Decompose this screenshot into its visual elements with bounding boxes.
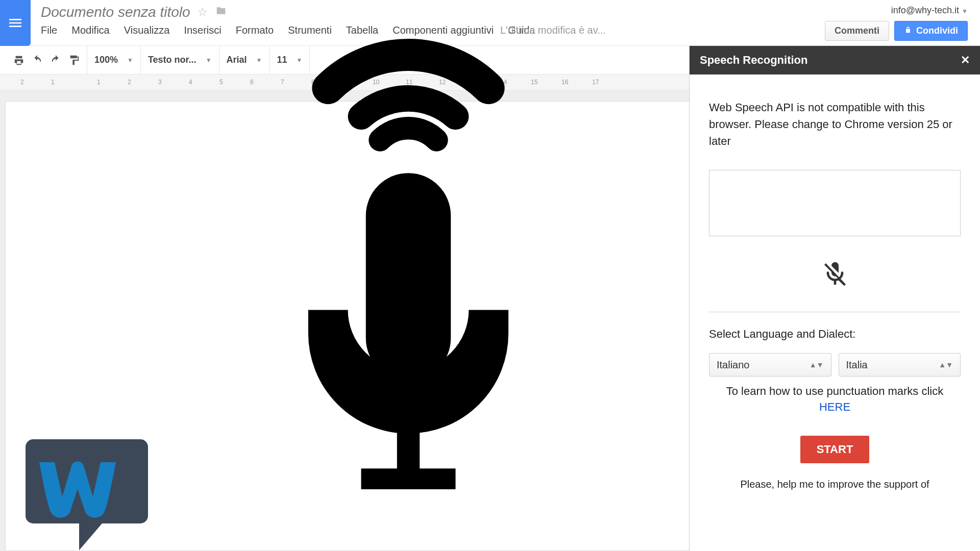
menu-view[interactable]: Visualizza [124, 24, 170, 36]
zoom-select[interactable]: 100%▼ [87, 46, 141, 74]
account-email-text: info@why-tech.it [891, 5, 959, 15]
start-button[interactable]: START [800, 436, 870, 463]
microphone-off-icon [709, 260, 961, 291]
support-help-message: Please, help me to improve the support o… [709, 479, 961, 490]
whytech-logo [10, 416, 163, 551]
star-icon[interactable]: ☆ [198, 6, 208, 19]
docs-home-icon[interactable] [0, 0, 31, 46]
menu-insert[interactable]: Inserisci [184, 24, 221, 36]
menu-addons[interactable]: Componenti aggiuntivi [393, 24, 494, 36]
redo-icon[interactable] [50, 55, 61, 66]
account-switcher[interactable]: info@why-tech.it ▼ [891, 5, 968, 16]
transcription-output[interactable] [709, 170, 961, 236]
compatibility-warning: Web Speech API is not compatible with th… [709, 99, 961, 149]
comments-button[interactable]: Commenti [825, 21, 889, 41]
menu-table[interactable]: Tabella [346, 24, 378, 36]
lock-icon [904, 26, 912, 36]
print-icon[interactable] [13, 55, 24, 66]
caret-down-icon: ▼ [962, 8, 968, 15]
menu-format[interactable]: Formato [236, 24, 274, 36]
font-family-select[interactable]: Arial▼ [219, 46, 270, 74]
share-button-label: Condividi [916, 26, 958, 36]
punctuation-help-link[interactable]: HERE [819, 400, 850, 413]
font-size-select[interactable]: 11▼ [270, 46, 310, 74]
paint-format-icon[interactable] [68, 55, 80, 66]
close-icon[interactable]: ✕ [961, 54, 970, 67]
speech-recognition-sidebar: Speech Recognition ✕ Web Speech API is n… [689, 46, 980, 551]
last-modified-label[interactable]: L'ultima modifica è av... [500, 24, 606, 36]
document-title[interactable]: Documento senza titolo [41, 4, 190, 20]
undo-icon[interactable] [32, 55, 43, 66]
dialect-select[interactable]: Italia▲▼ [839, 353, 961, 377]
menubar: File Modifica Visualizza Inserisci Forma… [41, 24, 815, 36]
sidebar-title: Speech Recognition [700, 54, 807, 67]
paragraph-style-select[interactable]: Testo nor...▼ [141, 46, 219, 74]
share-button[interactable]: Condividi [894, 21, 968, 41]
language-section-label: Select Language and Dialect: [709, 328, 961, 341]
menu-file[interactable]: File [41, 24, 57, 36]
language-select[interactable]: Italiano▲▼ [709, 353, 831, 377]
menu-edit[interactable]: Modifica [71, 24, 109, 36]
punctuation-hint: To learn how to use punctuation marks cl… [709, 384, 961, 415]
menu-tools[interactable]: Strumenti [288, 24, 332, 36]
move-folder-icon[interactable] [215, 6, 227, 19]
